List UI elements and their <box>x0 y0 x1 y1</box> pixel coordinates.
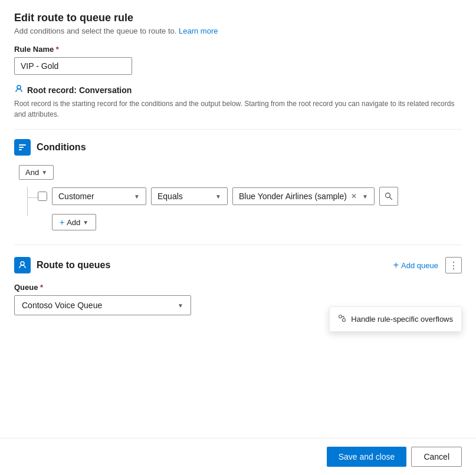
page-title: Edit route to queue rule <box>14 12 462 24</box>
condition-checkbox[interactable] <box>38 192 47 201</box>
condition-operator-value: Equals <box>157 192 183 201</box>
route-title: Route to queues <box>37 260 110 271</box>
cancel-button[interactable]: Cancel <box>411 447 462 467</box>
overflow-icon <box>338 314 346 324</box>
route-actions: + Add queue ⋮ <box>389 257 462 273</box>
overflow-dropdown-menu: Handle rule-specific overflows <box>329 306 462 332</box>
condition-tag-close[interactable]: ✕ <box>349 192 359 201</box>
and-dropdown[interactable]: And ▼ <box>19 165 54 180</box>
field-chevron-icon: ▼ <box>134 193 140 200</box>
divider-2 <box>14 245 462 245</box>
handle-overflow-menu-item[interactable]: Handle rule-specific overflows <box>330 309 461 329</box>
add-queue-button[interactable]: + Add queue <box>389 258 443 273</box>
queue-field-label: Queue <box>14 283 462 292</box>
save-and-close-button[interactable]: Save and close <box>327 447 407 467</box>
svg-rect-2 <box>19 147 24 148</box>
route-icon <box>14 257 31 273</box>
add-chevron-icon: ▼ <box>83 219 88 226</box>
root-record-desc: Root record is the starting record for t… <box>14 98 462 120</box>
page-subtitle: Add conditions and select the queue to r… <box>14 27 462 35</box>
value-chevron-icon: ▼ <box>362 193 368 200</box>
tree-h-line <box>27 197 38 198</box>
tree-v-line <box>27 187 28 216</box>
more-options-button[interactable]: ⋮ <box>445 257 462 273</box>
add-condition-button[interactable]: + Add ▼ <box>52 214 96 230</box>
queue-dropdown[interactable]: Contoso Voice Queue ▼ <box>14 295 191 315</box>
condition-tag: Blue Yonder Airlines (sample) ✕ <box>239 192 359 201</box>
root-record-icon <box>14 84 24 96</box>
condition-operator-dropdown[interactable]: Equals ▼ <box>151 187 228 205</box>
svg-point-0 <box>17 85 21 89</box>
route-header-row: Route to queues + Add queue ⋮ <box>14 257 462 273</box>
conditions-area: And ▼ Customer ▼ Equals ▼ <box>14 165 462 230</box>
overflow-label: Handle rule-specific overflows <box>351 315 453 324</box>
add-icon: + <box>60 217 64 227</box>
condition-value-field[interactable]: Blue Yonder Airlines (sample) ✕ ▼ <box>232 187 375 205</box>
learn-more-link[interactable]: Learn more <box>179 27 218 35</box>
route-header-left: Route to queues <box>14 257 110 273</box>
svg-point-6 <box>21 262 24 265</box>
condition-row: Customer ▼ Equals ▼ Blue Yonder Airlines… <box>38 187 462 206</box>
root-record-label: Root record: Conversation <box>27 85 132 95</box>
add-label: Add <box>67 218 80 227</box>
condition-field-value: Customer <box>58 192 94 201</box>
queue-chevron-icon: ▼ <box>178 302 183 309</box>
and-chevron-icon: ▼ <box>41 169 47 176</box>
condition-field-dropdown[interactable]: Customer ▼ <box>52 187 146 205</box>
conditions-section-header: Conditions <box>14 139 462 156</box>
add-condition-wrapper: + Add ▼ <box>38 212 462 230</box>
svg-rect-1 <box>19 144 26 146</box>
divider <box>14 129 462 130</box>
rule-name-input[interactable] <box>14 57 132 75</box>
svg-line-5 <box>390 197 392 200</box>
condition-tree: Customer ▼ Equals ▼ Blue Yonder Airlines… <box>27 187 462 230</box>
svg-point-8 <box>343 319 346 322</box>
condition-search-button[interactable] <box>379 187 398 206</box>
svg-point-7 <box>339 315 342 318</box>
more-dots-icon: ⋮ <box>449 260 459 271</box>
svg-rect-3 <box>19 149 22 150</box>
queue-value: Contoso Voice Queue <box>22 301 102 310</box>
conditions-icon <box>14 139 31 156</box>
footer: Save and close Cancel <box>0 438 476 475</box>
add-queue-plus-icon: + <box>393 260 399 271</box>
condition-match-value: Blue Yonder Airlines (sample) <box>239 192 347 201</box>
svg-point-4 <box>385 193 390 198</box>
operator-chevron-icon: ▼ <box>215 193 221 200</box>
add-queue-label: Add queue <box>401 261 438 270</box>
root-record-section: Root record: Conversation <box>14 84 462 96</box>
rule-name-label: Rule Name <box>14 45 462 54</box>
conditions-title: Conditions <box>37 142 86 153</box>
